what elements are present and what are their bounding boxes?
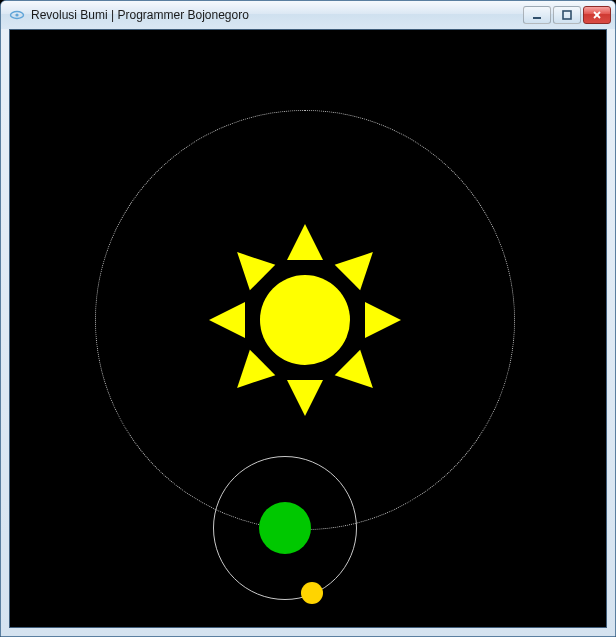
earth-body [259, 502, 311, 554]
sun-ray [287, 224, 323, 260]
simulation-canvas [10, 30, 606, 627]
window-controls [523, 6, 611, 24]
sun-body [260, 275, 350, 365]
close-button[interactable] [583, 6, 611, 24]
titlebar[interactable]: Revolusi Bumi | Programmer Bojonegoro [1, 1, 615, 29]
window-frame: Revolusi Bumi | Programmer Bojonegoro [0, 0, 616, 637]
sun-ray [365, 302, 401, 338]
window-title: Revolusi Bumi | Programmer Bojonegoro [31, 8, 523, 22]
svg-rect-3 [563, 11, 571, 19]
sun-ray [287, 380, 323, 416]
svg-point-1 [15, 13, 18, 16]
svg-rect-2 [533, 17, 541, 19]
moon-body [301, 582, 323, 604]
app-icon [9, 7, 25, 23]
client-area [9, 29, 607, 628]
minimize-button[interactable] [523, 6, 551, 24]
sun-ray [209, 302, 245, 338]
maximize-button[interactable] [553, 6, 581, 24]
